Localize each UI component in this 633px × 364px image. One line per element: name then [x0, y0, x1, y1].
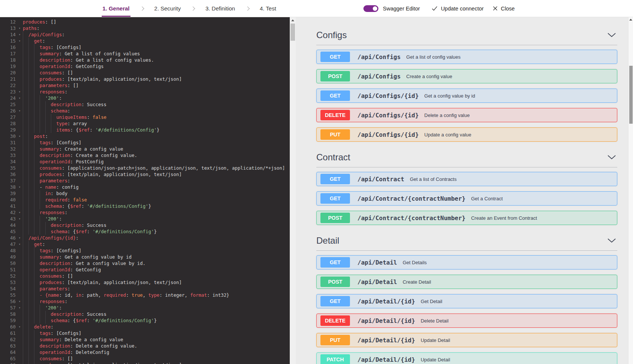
fold-arrow-icon[interactable]: ▾ — [16, 38, 23, 44]
chevron-down-icon[interactable] — [608, 237, 616, 244]
fold-gutter — [16, 178, 23, 184]
operation-summary: Get a list of Contracts — [410, 176, 457, 182]
chevron-down-icon[interactable] — [608, 32, 616, 38]
operation-row[interactable]: GET/api/ContractGet a list of Contracts — [316, 172, 617, 186]
line-number: 64 — [0, 349, 16, 355]
fold-arrow-icon[interactable]: ▾ — [16, 298, 23, 305]
line-number: 31 — [0, 139, 16, 146]
fold-gutter — [16, 247, 23, 254]
line-number: 38 — [0, 184, 16, 190]
fold-arrow-icon[interactable]: ▾ — [16, 184, 23, 190]
operation-summary: Update a config value — [424, 132, 471, 138]
code-text: operationId: GetConfigs — [23, 63, 290, 70]
scrollbar-up-arrow-icon[interactable] — [629, 19, 632, 21]
code-text: description: Success — [23, 222, 290, 228]
tab-definition[interactable]: 3. Definition — [205, 0, 236, 17]
fold-gutter — [16, 152, 23, 158]
tab-general[interactable]: 1. General — [102, 0, 130, 17]
operation-row[interactable]: POST/api/ConfigsCreate a config value — [316, 69, 617, 83]
fold-arrow-icon[interactable]: ▾ — [16, 31, 23, 38]
line-number: 27 — [0, 114, 16, 120]
close-button[interactable]: Close — [493, 6, 515, 12]
scrollbar-up-arrow-icon[interactable] — [291, 19, 294, 21]
code-line: 36produces: [text/plain, application/jso… — [0, 171, 290, 178]
tab-security[interactable]: 2. Security — [154, 0, 182, 17]
code-text: operationId: GetConfig — [23, 266, 290, 273]
operation-summary: Delete Detail — [421, 318, 448, 324]
panel-scrollbar-thumb[interactable] — [629, 66, 633, 124]
code-text: consumes: [] — [23, 273, 290, 279]
operation-summary: Get a list of config values — [406, 54, 461, 60]
panel-scrollbar[interactable] — [628, 17, 633, 364]
code-line: 15▾get: — [0, 38, 290, 44]
code-line: 27uniqueItems: false — [0, 114, 290, 120]
fold-gutter — [16, 254, 23, 260]
fold-arrow-icon[interactable]: ▾ — [16, 25, 23, 31]
operation-path: /api/Configs/{id} — [357, 112, 419, 119]
code-line: 28type: array — [0, 120, 290, 127]
api-tag-title: Configs — [316, 30, 347, 40]
fold-arrow-icon[interactable]: ▾ — [16, 324, 23, 330]
fold-gutter — [16, 260, 23, 266]
operation-row[interactable]: DELETE/api/Configs/{id}Delete a config v… — [316, 108, 617, 122]
update-connector-button[interactable]: Update connector — [432, 6, 483, 12]
fold-arrow-icon[interactable]: ▾ — [16, 241, 23, 247]
operation-row[interactable]: DELETE/api/Detail/{id}Delete Detail — [316, 314, 617, 328]
tab-test[interactable]: 4. Test — [259, 0, 277, 17]
line-number: 30 — [0, 133, 16, 139]
api-tag-section-header[interactable]: Detail — [316, 235, 617, 246]
fold-arrow-icon[interactable]: ▾ — [16, 89, 23, 95]
fold-arrow-icon[interactable]: ▾ — [16, 216, 23, 222]
code-text: type: array — [23, 120, 290, 127]
operation-row[interactable]: POST/api/Contract/{contractNumber}Create… — [316, 211, 617, 225]
operation-row[interactable]: PUT/api/Configs/{id}Update a config valu… — [316, 127, 617, 142]
operation-row[interactable]: GET/api/DetailGet Details — [316, 255, 617, 269]
line-number: 25 — [0, 101, 16, 108]
operation-row[interactable]: GET/api/ConfigsGet a list of config valu… — [316, 50, 617, 64]
fold-gutter — [16, 279, 23, 286]
api-tag-section-header[interactable]: Configs — [316, 30, 617, 40]
line-number: 13 — [0, 25, 16, 31]
editor-scrollbar[interactable] — [290, 17, 296, 364]
fold-arrow-icon[interactable]: ▾ — [16, 95, 23, 101]
line-number: 51 — [0, 266, 16, 273]
method-badge: POST — [320, 71, 350, 81]
operation-row[interactable]: PATCH/api/Detail/{id}Update Detail — [316, 352, 617, 364]
method-badge: GET — [320, 296, 350, 306]
code-line: 51operationId: GetConfig — [0, 266, 290, 273]
fold-gutter — [16, 311, 23, 317]
operation-row[interactable]: GET/api/Contract/{contractNumber}Get a C… — [316, 191, 617, 206]
fold-arrow-icon[interactable]: ▾ — [16, 235, 23, 241]
operation-row[interactable]: POST/api/DetailCreate Detail — [316, 275, 617, 289]
code-text: /api/Configs/{id}: — [23, 235, 290, 241]
fold-gutter — [16, 139, 23, 146]
operation-path: /api/Detail/{id} — [357, 356, 415, 363]
operation-path: /api/Contract — [357, 176, 404, 183]
code-text: required: false — [23, 197, 290, 203]
swagger-code-editor[interactable]: 12produces: []13▾paths:14▾/api/Configs:1… — [0, 17, 290, 364]
section-divider — [316, 250, 617, 251]
fold-arrow-icon[interactable]: ▾ — [16, 133, 23, 139]
line-number: 15 — [0, 38, 16, 44]
code-text: get: — [23, 241, 290, 247]
code-line: 49summary: Get a config value by id — [0, 254, 290, 260]
fold-gutter — [16, 70, 23, 76]
code-text: parameters: — [23, 178, 290, 184]
fold-arrow-icon[interactable]: ▾ — [16, 305, 23, 311]
topbar-actions: Swagger Editor Update connector Close — [363, 0, 515, 17]
code-text: uniqueItems: false — [23, 114, 290, 120]
editor-scrollbar-thumb[interactable] — [291, 24, 295, 41]
code-text: tags: [Configs] — [23, 44, 290, 50]
chevron-down-icon[interactable] — [608, 154, 616, 161]
api-tag-section-header[interactable]: Contract — [316, 152, 617, 163]
code-text: tags: [Configs] — [23, 139, 290, 146]
code-text: - {name: id, in: path, required: true, t… — [23, 292, 290, 298]
code-text: tags: [Configs] — [23, 247, 290, 254]
line-number: 40 — [0, 197, 16, 203]
fold-arrow-icon[interactable]: ▾ — [16, 209, 23, 216]
fold-arrow-icon[interactable]: ▾ — [16, 108, 23, 114]
swagger-editor-toggle[interactable] — [363, 5, 378, 12]
operation-row[interactable]: PUT/api/Detail/{id}Update Detail — [316, 333, 617, 347]
operation-row[interactable]: GET/api/Detail/{id}Get Detail — [316, 294, 617, 308]
operation-row[interactable]: GET/api/Configs/{id}Get a config value b… — [316, 89, 617, 103]
